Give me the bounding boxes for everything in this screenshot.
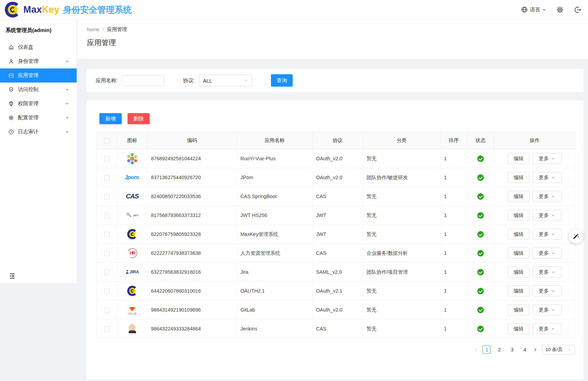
table-row: JWT817568793663373312JWT HS256JWT暂无1编辑更多 [97, 206, 575, 225]
page-title: 应用管理 [87, 38, 588, 47]
home-icon [8, 44, 18, 50]
app-name-cell: CAS SpringBoot [237, 187, 313, 206]
more-button[interactable]: 更多 [533, 172, 562, 183]
edit-button[interactable]: 编辑 [508, 210, 530, 221]
status-enabled-icon [477, 288, 484, 294]
edit-button[interactable]: 编辑 [508, 191, 530, 202]
status-enabled-icon [477, 231, 484, 238]
more-button[interactable]: 更多 [533, 304, 562, 315]
floating-assistant-button[interactable] [569, 229, 583, 243]
table-toolbar: 新增 删除 [86, 100, 584, 124]
pagination-page-3[interactable]: 3 [508, 346, 516, 354]
more-button[interactable]: 更多 [533, 229, 562, 240]
sidebar-item-audit[interactable]: 日志审计 [0, 125, 77, 139]
app-name-cell: GitLab [237, 301, 313, 319]
table-row: 986432249333284864JenkinsCAS暂无1编辑更多 [97, 319, 575, 338]
edit-button[interactable]: 编辑 [508, 266, 530, 277]
logout-icon [574, 6, 581, 13]
pagination-page-2[interactable]: 2 [495, 346, 503, 354]
edit-button[interactable]: 编辑 [508, 229, 530, 240]
delete-button[interactable]: 删除 [128, 113, 150, 124]
app-category-cell: 暂无 [363, 319, 440, 338]
sidebar-item-identity[interactable]: 身份管理 [0, 54, 77, 68]
more-button[interactable]: 更多 [533, 210, 562, 221]
app-name-cell: Jenkins [237, 319, 313, 338]
breadcrumb-home-link[interactable]: home [87, 27, 99, 32]
column-header-sort: 排序 [440, 132, 467, 149]
app-category-cell: 团队协作/敏捷研发 [363, 168, 440, 187]
sidebar-item-dashboard[interactable]: 仪表盘 [0, 40, 77, 54]
status-enabled-icon [477, 250, 484, 257]
edit-button[interactable]: 编辑 [508, 323, 530, 334]
pagination-page-4[interactable]: 4 [521, 346, 529, 354]
row-checkbox[interactable] [104, 232, 110, 237]
pagination-next-button[interactable] [533, 348, 537, 352]
gear-icon [8, 115, 18, 121]
select-all-checkbox[interactable] [104, 138, 110, 143]
app-protocol-cell: CAS [313, 319, 363, 338]
pagination-prev-button[interactable] [474, 348, 478, 352]
more-button[interactable]: 更多 [533, 323, 562, 334]
edit-button[interactable]: 编辑 [508, 172, 530, 183]
row-checkbox[interactable] [104, 213, 110, 218]
sidebar-item-permission[interactable]: 权限管理 [0, 97, 77, 111]
page-size-select[interactable]: 10 条/页 [542, 345, 575, 355]
app-protocol-cell: CAS [313, 244, 363, 263]
row-checkbox[interactable] [104, 307, 110, 313]
gear-icon [556, 6, 564, 13]
edit-button[interactable]: 编辑 [508, 285, 530, 296]
edit-button[interactable]: 编辑 [508, 248, 530, 259]
gitlab-app-icon: GitLab [125, 303, 140, 317]
chevron-left-icon [474, 348, 478, 352]
row-checkbox[interactable] [104, 251, 110, 256]
row-checkbox[interactable] [104, 156, 110, 162]
chevron-down-icon [551, 176, 555, 179]
app-sort-cell: 1 [440, 225, 467, 244]
sidebar-item-config[interactable]: 配置管理 [0, 111, 77, 125]
app-sort-cell: 1 [440, 263, 467, 282]
edit-button[interactable]: 编辑 [508, 304, 530, 315]
app-category-cell: 暂无 [363, 187, 440, 206]
app-code-cell: 644220607860310016 [148, 282, 237, 301]
language-switcher[interactable]: 语言 [521, 6, 546, 13]
app-category-cell: 暂无 [363, 225, 440, 244]
more-button[interactable]: 更多 [533, 266, 562, 277]
row-checkbox[interactable] [104, 326, 110, 332]
sidebar-item-access[interactable]: 访问控制 [0, 83, 77, 97]
row-checkbox[interactable] [104, 270, 110, 275]
row-checkbox[interactable] [104, 194, 110, 199]
add-button[interactable]: 新增 [99, 113, 122, 124]
app-name-cell: OAUTH2.1 [237, 282, 313, 301]
protocol-select[interactable]: ALL [199, 75, 252, 86]
app-sort-cell: 1 [440, 206, 467, 225]
settings-button[interactable] [556, 6, 564, 13]
more-button[interactable]: 更多 [533, 153, 562, 164]
logout-button[interactable] [574, 6, 581, 13]
sidebar-collapse-button[interactable] [9, 273, 15, 279]
pagination-page-1[interactable]: 1 [482, 346, 491, 354]
page-header-band: home / 应用管理 应用管理 [77, 20, 588, 59]
table-row: GitLab986431492190109696GitLabOAuth_v2.0… [97, 301, 575, 319]
search-button[interactable]: 查询 [271, 74, 293, 87]
row-checkbox[interactable] [104, 175, 110, 181]
more-button[interactable]: 更多 [533, 191, 562, 202]
edit-button[interactable]: 编辑 [508, 153, 530, 164]
applications-table: 图标 编码 应用名称 协议 分类 排序 状态 操作 87689249258104… [96, 132, 575, 338]
status-enabled-icon [477, 307, 484, 313]
jwt-app-icon: JWT [125, 208, 140, 222]
brand: MaxKey 身份安全管理系统 [23, 4, 132, 15]
chevron-down-icon [551, 270, 555, 274]
row-checkbox[interactable] [104, 289, 110, 294]
more-button[interactable]: 更多 [533, 285, 562, 296]
app-code-cell: 837136275440926720 [148, 168, 237, 187]
app-name-cell: MaxKey管理系统 [237, 225, 313, 244]
status-enabled-icon [477, 326, 484, 332]
app-name-input[interactable] [122, 75, 164, 86]
more-button[interactable]: 更多 [533, 248, 562, 259]
sidebar-item-label: 应用管理 [18, 72, 39, 79]
sidebar: 系统管理员(admin) 仪表盘身份管理应用管理访问控制权限管理配置管理日志审计 [0, 20, 77, 283]
user-icon [8, 58, 18, 64]
app-category-cell: 团队协作/项目管理 [363, 263, 440, 282]
sidebar-item-apps[interactable]: 应用管理 [0, 68, 77, 83]
app-code-cell: 824008507220033536 [148, 187, 237, 206]
